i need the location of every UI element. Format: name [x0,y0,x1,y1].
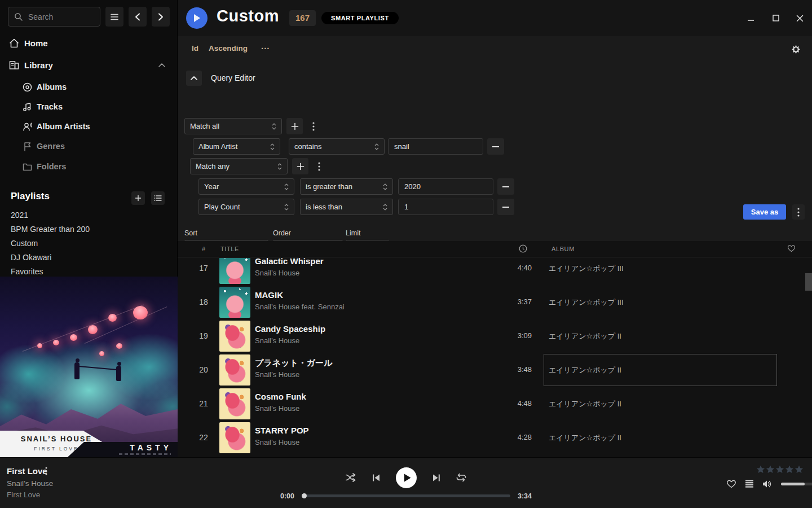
star-icon[interactable] [795,465,804,474]
star-icon[interactable] [775,465,784,474]
star-icon[interactable] [785,465,794,474]
play-playlist-button[interactable] [186,7,208,29]
sidebar-item-library[interactable]: Library [0,57,178,73]
star-icon[interactable] [756,465,765,474]
add-playlist-button[interactable] [131,191,145,205]
rule-field-select[interactable]: Year [198,178,294,195]
search-input[interactable] [28,12,90,21]
heart-icon[interactable] [726,479,736,488]
seek-knob[interactable] [302,493,307,498]
menu-button[interactable] [105,7,123,27]
save-menu-button[interactable] [792,204,805,220]
playlist-item[interactable]: 2021 [11,208,163,222]
sort-field-button[interactable]: Id [192,44,198,52]
remove-rule-button[interactable] [487,138,504,155]
add-rule-button[interactable] [286,118,303,134]
track-album[interactable]: エイリアン☆ポップ II [549,331,621,341]
add-rule-button[interactable] [292,158,308,174]
track-artist[interactable]: Snail’s House [255,370,299,379]
sidebar-item-album-artists[interactable]: Album Artists [0,119,178,134]
collapse-query-editor-button[interactable] [186,71,202,86]
scrollbar-thumb[interactable] [805,273,812,291]
track-album[interactable]: エイリアン☆ポップ II [549,433,621,443]
track-album[interactable]: エイリアン☆ポップ II [549,399,621,409]
track-artist[interactable]: Snail’s House [255,336,299,345]
sidebar-item-tracks[interactable]: Tracks [0,99,178,115]
repeat-icon[interactable] [456,473,467,482]
track-artist[interactable]: Snail’s House [255,404,299,413]
group-menu-button[interactable] [314,158,324,174]
gear-icon[interactable] [791,45,801,54]
track-title[interactable]: MAGIK [255,290,283,300]
column-title[interactable]: TITLE [220,246,239,252]
track-artist[interactable]: Snail’s House feat. Sennzai [255,303,345,311]
track-album-art[interactable] [219,422,250,453]
track-row[interactable]: 18 MAGIK Snail’s House feat. Sennzai 3:3… [178,286,812,319]
match-type-select[interactable]: Match any [190,158,288,174]
chevron-up-icon[interactable] [158,63,165,67]
rule-value-field[interactable] [398,178,493,195]
rule-operator-select[interactable]: is greater than [300,178,393,195]
track-album-art[interactable] [219,321,250,352]
rule-operator-select[interactable]: is less than [300,199,393,215]
seek-bar[interactable] [302,494,510,497]
next-icon[interactable] [432,474,440,482]
track-album-art[interactable] [219,287,250,318]
track-row[interactable]: 22 STARRY POP Snail’s House 4:28 エイリアン☆ポ… [178,421,812,455]
track-title[interactable]: Candy Spaceship [255,324,325,334]
search-box[interactable] [8,7,100,27]
track-album-art[interactable] [219,388,250,419]
heart-icon[interactable] [787,244,796,252]
sort-more-button[interactable]: ... [261,41,270,51]
forward-button[interactable] [152,7,170,27]
save-as-button[interactable]: Save as [743,204,786,220]
sidebar-item-genres[interactable]: Genres [0,138,178,154]
sidebar-item-folders[interactable]: Folders [0,159,178,174]
remove-rule-button[interactable] [497,178,514,195]
rule-field-select[interactable]: Play Count [198,199,294,215]
rating-stars[interactable] [756,465,804,474]
close-button[interactable] [792,10,807,26]
play-pause-button[interactable] [396,467,417,488]
sidebar-item-home[interactable]: Home [0,35,178,51]
track-row[interactable]: 17 Galactic Whisper Snail’s House 4:40 エ… [178,258,812,286]
shuffle-icon[interactable] [345,473,357,482]
previous-icon[interactable] [372,474,381,482]
track-album[interactable]: エイリアン☆ポップ III [549,264,624,274]
track-row[interactable]: 21 Cosmo Funk Snail’s House 4:48 エイリアン☆ポ… [178,387,812,421]
column-number[interactable]: # [202,246,206,252]
queue-icon[interactable] [745,480,754,488]
track-row[interactable]: 19 Candy Spaceship Snail’s House 3:09 エイ… [178,319,812,353]
track-artist[interactable]: Snail’s House [255,438,299,446]
playlist-item[interactable]: Custom [11,237,163,250]
rule-operator-select[interactable]: contains [289,138,385,155]
playlist-list-button[interactable] [151,191,165,205]
remove-rule-button[interactable] [497,199,514,215]
playlist-item[interactable]: BPM Greater than 200 [11,222,163,236]
maximize-button[interactable] [768,10,784,26]
speaker-icon[interactable] [762,480,773,488]
track-title[interactable]: Galactic Whisper [255,258,324,266]
now-playing-album[interactable]: First Love [7,491,40,499]
track-title[interactable]: STARRY POP [255,426,309,435]
sort-direction-button[interactable]: Ascending [209,44,248,52]
track-album-art[interactable] [219,354,250,386]
rule-field-select[interactable]: Album Artist [193,138,280,155]
playlist-item[interactable]: DJ Okawari [11,251,163,264]
track-album-art[interactable] [219,258,250,284]
track-title[interactable]: Cosmo Funk [255,392,306,401]
volume-slider[interactable] [781,483,812,485]
now-playing-art[interactable]: SNAIL’S HOUSE FIRST LOVE TASTY [0,277,178,457]
track-album[interactable]: エイリアン☆ポップ III [549,297,624,308]
group-menu-button[interactable] [308,118,319,134]
minimize-button[interactable] [743,10,758,26]
track-album[interactable]: エイリアン☆ポップ II [549,365,621,375]
track-title[interactable]: プラネット・ガール [255,358,332,369]
track-row[interactable]: 20 プラネット・ガール Snail’s House 3:48 エイリアン☆ポッ… [178,353,812,387]
track-artist[interactable]: Snail’s House [255,269,299,277]
star-icon[interactable] [766,465,775,474]
column-album[interactable]: ALBUM [551,246,575,252]
back-button[interactable] [129,7,147,27]
rule-value-field[interactable] [398,199,493,215]
rule-value-field[interactable] [388,138,483,155]
